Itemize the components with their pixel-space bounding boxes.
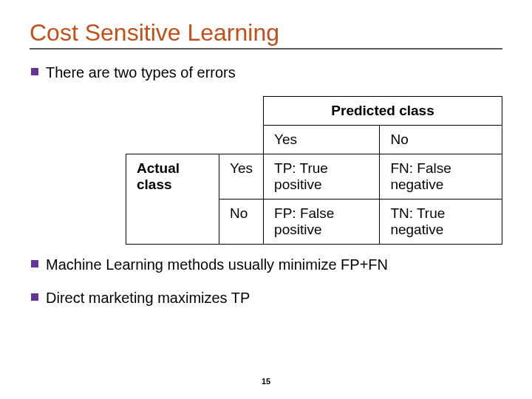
confusion-matrix-table: Predicted class Yes No Actual class Yes … xyxy=(126,96,502,245)
slide: Cost Sensitive Learning There are two ty… xyxy=(0,0,532,399)
actual-header: Actual class xyxy=(126,154,219,245)
page-number: 15 xyxy=(0,377,532,386)
bullet-item: There are two types of errors xyxy=(30,63,502,83)
cell-fp: FP: False positive xyxy=(264,200,380,245)
empty-cell xyxy=(126,126,219,154)
cell-fn: FN: False negative xyxy=(380,154,502,200)
cell-tp: TP: True positive xyxy=(264,154,380,200)
table-row: Predicted class xyxy=(126,97,502,126)
table-row: Actual class Yes TP: True positive FN: F… xyxy=(126,154,502,200)
col-header-no: No xyxy=(380,126,502,154)
confusion-table-wrap: Predicted class Yes No Actual class Yes … xyxy=(126,96,502,245)
empty-cell xyxy=(126,97,219,126)
bullet-item: Machine Learning methods usually minimiz… xyxy=(30,255,502,275)
cell-tn: TN: True negative xyxy=(380,200,502,245)
predicted-header: Predicted class xyxy=(264,97,502,126)
empty-cell xyxy=(219,97,264,126)
table-row: Yes No xyxy=(126,126,502,154)
title-divider xyxy=(30,48,502,50)
row-header-yes: Yes xyxy=(219,154,264,200)
slide-title: Cost Sensitive Learning xyxy=(30,19,502,47)
bullet-list: Machine Learning methods usually minimiz… xyxy=(30,255,502,308)
col-header-yes: Yes xyxy=(264,126,380,154)
row-header-no: No xyxy=(219,200,264,245)
bullet-list: There are two types of errors xyxy=(30,63,502,83)
bullet-item: Direct marketing maximizes TP xyxy=(30,288,502,308)
empty-cell xyxy=(219,126,264,154)
